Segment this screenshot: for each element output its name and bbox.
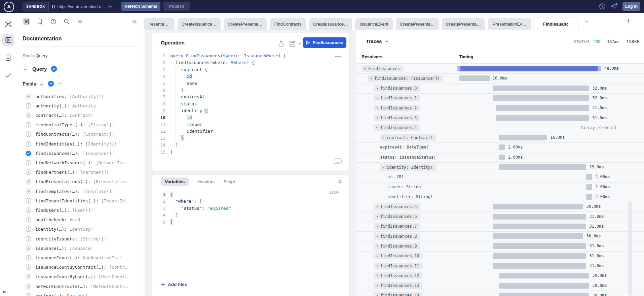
field-row[interactable]: findPresentations(…): [Presentatio… [16, 177, 145, 187]
field-signature[interactable]: findPresentations(…): [Presentatio… [35, 179, 145, 184]
add-field-plus-icon[interactable] [26, 160, 31, 166]
field-row[interactable]: findContracts(…): [Contract!]! [16, 130, 145, 139]
variables-panel-tab[interactable]: Variables [161, 177, 189, 186]
expand-panel-chevrons-icon[interactable]: » [3, 289, 6, 295]
field-row[interactable]: contract(…): Contract! [16, 110, 145, 120]
trace-row[interactable]: identifier: String!2.00ms [356, 192, 644, 202]
resolver-pill[interactable]: findIssuances: [Issuance!]! [368, 75, 443, 82]
resolver-pill[interactable]: identity: Identity! [380, 164, 436, 171]
field-signature[interactable]: findNetworkIssuers(…): [NetworkIss… [35, 160, 145, 165]
resolver-pill[interactable]: findIssuances.6 [374, 213, 420, 220]
add-files-button[interactable]: Add files [161, 282, 187, 287]
explorer-settings-gear-icon[interactable] [76, 18, 84, 25]
code-line[interactable]: 7 expiresAt [152, 94, 349, 100]
login-button[interactable]: Log in [622, 2, 640, 11]
resolver-pill[interactable]: findIssuances.0 [374, 85, 420, 92]
code-line[interactable]: 11 issuer [152, 121, 349, 128]
add-field-plus-icon[interactable] [26, 207, 31, 213]
code-line[interactable]: 3 contract { [152, 66, 349, 73]
field-signature[interactable]: authorities: [Authority!]! [35, 94, 145, 99]
trace-row[interactable]: contract: Contract!16.0ms [356, 133, 644, 143]
trace-row[interactable]: findIssuances.1131.0ms [356, 261, 644, 271]
resolver-pill[interactable]: findIssuances.8 [374, 233, 420, 240]
changelog-diff-icon[interactable] [2, 52, 14, 64]
field-signature[interactable]: networkContracts(…): [NetworkContr… [35, 284, 145, 289]
field-signature[interactable]: credentialTypes(…): [String!]! [35, 122, 145, 127]
variables-editor[interactable]: 1{2 "where": {3 "status": "expired"4 }5} [152, 191, 349, 226]
trace-row[interactable]: findIssuances.1330.0ms [356, 281, 644, 291]
resolver-pill[interactable]: findIssuances.13 [374, 282, 422, 289]
traces-title[interactable]: Traces [366, 38, 389, 44]
pause-icon[interactable] [52, 5, 55, 9]
field-signature[interactable]: findIdentities(…): [Identity!]! [35, 141, 145, 146]
code-line[interactable]: 5 name [152, 80, 349, 87]
field-signature[interactable]: authority(…): Authority [35, 103, 145, 108]
field-row[interactable]: issuanceCount(…): NonNegativeInt! [16, 253, 145, 262]
field-row[interactable]: partner(…): Partner! [16, 291, 145, 296]
field-signature[interactable]: identity(…): Identity! [35, 227, 145, 232]
trace-row[interactable]: findIssuances.032.0ms [356, 84, 644, 94]
trace-row[interactable]: findIssuances.731.0ms [356, 222, 644, 232]
fields-menu-chevron-icon[interactable] [58, 82, 62, 86]
field-signature[interactable]: issuanceCountByUser(…): [UserCount… [35, 274, 145, 279]
resolver-pill[interactable]: findIssuances.3 [374, 114, 420, 121]
collapse-sidebar-chevrons-icon[interactable] [131, 18, 138, 25]
field-signature[interactable]: contract(…): Contract! [35, 113, 145, 118]
deselect-all-minus-icon[interactable] [48, 80, 54, 87]
field-row[interactable]: findNetworkIssuers(…): [NetworkIss… [16, 158, 145, 167]
sort-arrow-down-icon[interactable] [40, 81, 44, 86]
add-field-plus-icon[interactable] [26, 217, 31, 223]
add-field-plus-icon[interactable] [26, 293, 31, 296]
variables-panel-tab[interactable]: Script [223, 179, 235, 184]
field-row[interactable]: findIdentities(…): [Identity!]! [16, 139, 145, 149]
field-row[interactable]: findIssuances(…): [Issuance!]! [16, 149, 145, 158]
trace-row[interactable]: findIssuances.231.0ms [356, 103, 644, 113]
field-signature[interactable]: identityIssuers: [String!]! [35, 236, 145, 241]
add-field-plus-icon[interactable] [26, 255, 31, 261]
operation-tab[interactable]: CreateIssuance… [178, 18, 221, 30]
code-line[interactable]: 2 "where": { [152, 198, 349, 205]
trace-row[interactable]: status: IssuanceStatus!2.00ms [356, 153, 644, 163]
variables-panel-tab[interactable]: Headers [197, 179, 215, 184]
field-selected-check-icon[interactable] [26, 151, 31, 156]
field-row[interactable]: healthcheck: Void [16, 215, 145, 225]
operation-tab[interactable]: CreateIssuance… [309, 18, 352, 30]
field-signature[interactable]: findUsers(…): [User!]! [35, 208, 145, 213]
trace-row[interactable]: findIssuances.4(array element) [356, 123, 644, 133]
code-line[interactable]: 13 } [152, 135, 349, 142]
code-line[interactable]: 4 id [152, 73, 349, 80]
add-field-plus-icon[interactable] [26, 198, 31, 204]
trace-row[interactable]: identity: Identity!29.0ms [356, 162, 644, 172]
field-row[interactable]: authority(…): Authority [16, 101, 145, 110]
add-field-plus-icon[interactable] [26, 274, 31, 279]
field-signature[interactable]: issuanceCount(…): NonNegativeInt! [35, 255, 145, 260]
code-line[interactable]: 3 "status": "expired" [152, 205, 349, 212]
connection-settings-gear-icon[interactable] [107, 4, 112, 9]
field-row[interactable]: findTenantIdentities(…): [TenantId… [16, 196, 145, 205]
save-icon[interactable] [289, 40, 296, 47]
code-line[interactable]: 6 } [152, 87, 349, 94]
operation-tab[interactable]: CreatePresenta… [224, 18, 267, 30]
run-operation-button[interactable]: FindIssuances [303, 37, 346, 48]
resolver-pill[interactable]: findIssuances.9 [374, 243, 420, 250]
field-signature[interactable]: findTemplates(…): [Template!]! [35, 189, 145, 194]
field-row[interactable]: networkContracts(…): [NetworkContr… [16, 282, 145, 291]
trace-row[interactable]: findIssuances.331.0ms [356, 113, 644, 123]
trace-row[interactable]: id: ID!2.00ms [356, 172, 644, 182]
trace-row[interactable]: findIssuances.830.0ms [356, 231, 644, 241]
code-line[interactable]: 4 } [152, 212, 349, 219]
publish-button[interactable]: Publish [163, 2, 190, 11]
search-icon[interactable] [63, 18, 70, 25]
field-row[interactable]: identity(…): Identity! [16, 225, 145, 234]
operation-tab[interactable]: resenta… [144, 18, 175, 30]
field-signature[interactable]: findPartners(…): [Partner!]! [35, 170, 145, 175]
share-icon[interactable] [278, 40, 284, 47]
history-icon[interactable] [50, 18, 57, 25]
code-line[interactable]: 1{ [152, 191, 349, 198]
saved-operations-bookmark-icon[interactable] [36, 18, 43, 25]
add-field-plus-icon[interactable] [26, 189, 31, 194]
field-signature[interactable]: partner(…): Partner! [35, 293, 145, 296]
code-line[interactable]: 1query FindIssuances($where: IssuanceWhe… [152, 53, 349, 59]
field-signature[interactable]: findContracts(…): [Contract!]! [35, 132, 145, 137]
tab-list-chevron-down-icon[interactable] [584, 19, 589, 24]
